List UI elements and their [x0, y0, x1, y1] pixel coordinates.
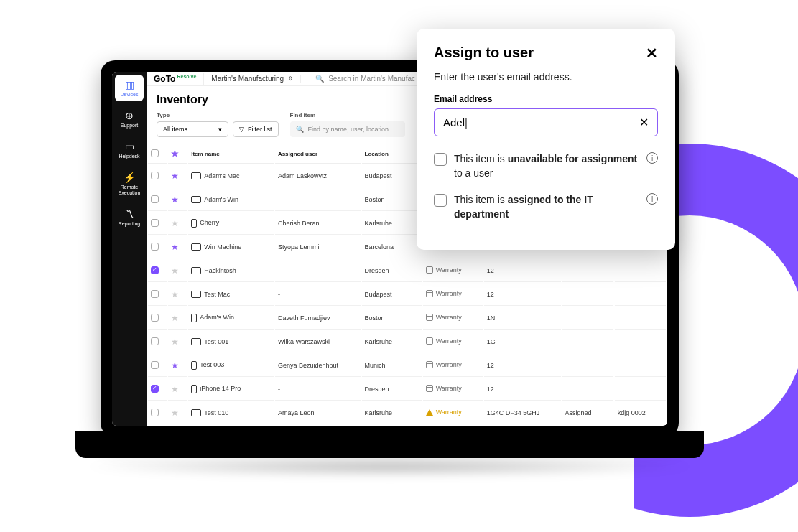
- code: [615, 378, 666, 401]
- sidebar-item-reporting[interactable]: 〽 Reporting: [115, 204, 144, 230]
- find-item: Find item 🔍 Find by name, user, location…: [290, 112, 405, 137]
- table-row[interactable]: ★ Test 010 Amaya Leon Karlsruhe Warranty…: [148, 402, 666, 424]
- star-icon[interactable]: ★: [171, 195, 179, 205]
- sidebar-item-label: Helpdesk: [119, 154, 139, 159]
- row-checkbox[interactable]: [151, 195, 159, 203]
- item-name: Test 003: [200, 361, 224, 368]
- row-checkbox[interactable]: [151, 290, 159, 298]
- location: Barcelona: [362, 236, 422, 258]
- code: [615, 355, 666, 377]
- checkbox[interactable]: [434, 194, 447, 207]
- email-input[interactable]: Adel ✕: [434, 108, 658, 136]
- phone-icon: [191, 219, 197, 228]
- calendar-icon: [426, 314, 433, 321]
- option-it-department[interactable]: This item is assigned to the IT departme…: [434, 193, 658, 221]
- assigned-user: -: [275, 189, 361, 211]
- star-icon[interactable]: ★: [171, 360, 179, 370]
- star-icon[interactable]: ★: [171, 408, 179, 418]
- select-all-checkbox[interactable]: [151, 149, 159, 157]
- star-icon[interactable]: ★: [171, 218, 179, 228]
- row-checkbox[interactable]: [151, 385, 159, 393]
- location: Boston: [362, 189, 422, 211]
- laptop-icon: [191, 267, 201, 274]
- star-icon[interactable]: ★: [171, 289, 179, 299]
- logo-text: GoTo: [154, 74, 175, 84]
- location: Munich: [362, 355, 422, 377]
- col-item-name[interactable]: Item name: [188, 144, 274, 164]
- star-icon[interactable]: ★: [171, 384, 179, 394]
- location: Boston: [362, 307, 422, 330]
- sidebar-item-support[interactable]: ⊕ Support: [115, 106, 144, 132]
- item-name: Adam's Mac: [204, 172, 239, 179]
- star-icon[interactable]: ★: [171, 171, 179, 181]
- row-checkbox[interactable]: [151, 337, 159, 345]
- calendar-icon: [426, 361, 433, 368]
- remote-icon: ⚡: [124, 172, 136, 183]
- table-row[interactable]: ★ Test 001 Wilka Warszawski Karlsruhe Wa…: [148, 331, 666, 353]
- reminder-text: Warranty: [436, 409, 462, 416]
- row-checkbox[interactable]: [151, 314, 159, 322]
- item-name: Cherry: [200, 219, 219, 226]
- reporting-icon: 〽: [124, 208, 134, 220]
- sidebar-item-remote-execution[interactable]: ⚡ Remote Execution: [115, 167, 144, 200]
- sidebar-item-helpdesk[interactable]: ▭ Helpdesk: [115, 136, 144, 163]
- type-filter: Type All items ▾ ▽ Filter list: [157, 112, 279, 137]
- support-icon: ⊕: [125, 110, 134, 121]
- status: [562, 284, 613, 306]
- table-row[interactable]: ★ iPhone 14 Pro - Dresden Warranty 12: [148, 378, 666, 401]
- checkbox[interactable]: [434, 153, 447, 166]
- row-checkbox[interactable]: [151, 243, 159, 251]
- option-text: This item is unavailable for assignment …: [454, 152, 639, 180]
- search-placeholder: Search in Martin's Manufac: [328, 75, 415, 83]
- filter-icon: ▽: [239, 126, 244, 133]
- clear-input-icon[interactable]: ✕: [639, 117, 649, 129]
- type-select[interactable]: All items ▾: [157, 121, 228, 137]
- assigned-user: Wilka Warszawski: [275, 331, 361, 353]
- row-checkbox[interactable]: [151, 361, 159, 369]
- table-row[interactable]: ★ Test Mac - Budapest Warranty 12: [148, 284, 666, 306]
- assigned-user: Adam Laskowytz: [275, 165, 361, 187]
- col-star[interactable]: ★: [168, 144, 187, 164]
- star-icon[interactable]: ★: [171, 313, 179, 323]
- reminder-text: Warranty: [436, 290, 462, 297]
- org-selector[interactable]: Martin's Manufacturing ⇳: [211, 75, 293, 83]
- option-unavailable[interactable]: This item is unavailable for assignment …: [434, 152, 658, 180]
- reminder-text: Warranty: [436, 337, 462, 345]
- star-icon[interactable]: ★: [171, 266, 179, 276]
- filter-list-button[interactable]: ▽ Filter list: [233, 121, 279, 137]
- location: Karlsruhe: [362, 331, 422, 353]
- col-assigned-user[interactable]: Assigned user: [275, 144, 361, 164]
- row-checkbox[interactable]: [151, 266, 159, 274]
- serial: 1G4C DF34 5GHJ: [484, 402, 561, 424]
- phone-icon: [191, 314, 197, 322]
- laptop-icon: [191, 338, 201, 345]
- info-icon[interactable]: i: [646, 152, 658, 164]
- chevron-updown-icon: ⇳: [288, 75, 293, 82]
- row-checkbox[interactable]: [151, 219, 159, 227]
- chevron-down-icon: ▾: [218, 126, 222, 133]
- code: [615, 307, 666, 330]
- sidebar-item-devices[interactable]: ▥ Devices: [115, 75, 144, 101]
- close-icon[interactable]: ✕: [646, 46, 658, 60]
- find-input[interactable]: 🔍 Find by name, user, location...: [290, 121, 405, 137]
- assigned-user: -: [275, 260, 361, 282]
- star-icon[interactable]: ★: [171, 337, 179, 347]
- status: [562, 378, 613, 401]
- filter-button-label: Filter list: [248, 126, 272, 133]
- row-checkbox[interactable]: [151, 172, 159, 179]
- laptop-icon: [191, 196, 201, 203]
- find-label: Find item: [290, 112, 405, 118]
- table-row[interactable]: ★ Hackintosh - Dresden Warranty 12: [148, 260, 666, 282]
- star-icon[interactable]: ★: [171, 242, 179, 252]
- location: Dresden: [362, 260, 422, 282]
- status: Assigned: [562, 402, 613, 424]
- laptop-shadow: [79, 456, 700, 477]
- row-checkbox[interactable]: [151, 409, 159, 416]
- col-location[interactable]: Location: [362, 144, 422, 164]
- info-icon[interactable]: i: [646, 193, 658, 205]
- table-row[interactable]: ★ Test 003 Genya Bezuidenhout Munich War…: [148, 355, 666, 377]
- option-text: This item is assigned to the IT departme…: [454, 193, 639, 221]
- modal-title: Assign to user: [434, 45, 534, 61]
- laptop-icon: [191, 243, 201, 251]
- table-row[interactable]: ★ Adam's Win Daveth Fumadjiev Boston War…: [148, 307, 666, 330]
